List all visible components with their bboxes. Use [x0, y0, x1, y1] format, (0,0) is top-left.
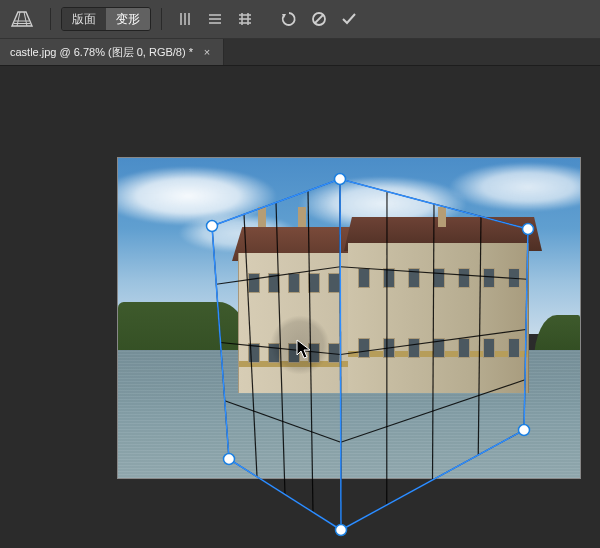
perspective-warp-tool-icon — [8, 7, 36, 31]
warp-handle[interactable] — [519, 425, 530, 436]
close-tab-icon[interactable]: × — [201, 46, 213, 58]
auto-straighten-icon[interactable] — [232, 7, 258, 31]
reset-icon[interactable] — [276, 7, 302, 31]
warp-handle[interactable] — [523, 224, 534, 235]
castle-image — [118, 158, 580, 478]
commit-icon[interactable] — [336, 7, 362, 31]
warp-handle[interactable] — [207, 221, 218, 232]
mode-toggle-group: 版面 变形 — [61, 7, 151, 31]
warp-handle[interactable] — [336, 525, 347, 536]
document-tab-bar: castle.jpg @ 6.78% (图层 0, RGB/8) * × — [0, 39, 600, 66]
cancel-icon[interactable] — [306, 7, 332, 31]
warp-handle[interactable] — [224, 454, 235, 465]
image-stage[interactable] — [118, 158, 580, 478]
separator — [161, 8, 162, 30]
auto-align-horizontal-icon[interactable] — [202, 7, 228, 31]
warp-handle[interactable] — [335, 174, 346, 185]
document-tab[interactable]: castle.jpg @ 6.78% (图层 0, RGB/8) * × — [0, 39, 224, 65]
separator — [50, 8, 51, 30]
svg-line-17 — [315, 15, 323, 23]
perspective-warp-options-bar: 版面 变形 — [0, 0, 600, 39]
canvas-viewport[interactable] — [0, 66, 600, 548]
layout-mode-button[interactable]: 版面 — [62, 8, 106, 30]
document-tab-label: castle.jpg @ 6.78% (图层 0, RGB/8) * — [10, 45, 193, 60]
auto-align-vertical-icon[interactable] — [172, 7, 198, 31]
warp-mode-button[interactable]: 变形 — [106, 8, 150, 30]
